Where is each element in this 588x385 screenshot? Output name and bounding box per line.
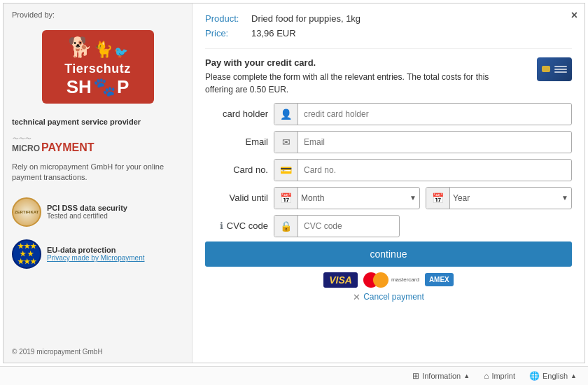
product-value: Dried food for puppies, 1kg (251, 12, 360, 27)
info-icon: ℹ (220, 220, 223, 231)
valid-until-row: Valid until 📅 Month010203040506070809101… (205, 187, 572, 209)
card-icon: 💳 (274, 160, 298, 181)
pay-title: Pay with your credit card. (205, 57, 513, 68)
payment-text: PAYMENT (41, 142, 94, 153)
lock-icon: 🔒 (274, 216, 298, 237)
email-row: Email ✉ (205, 131, 572, 153)
information-item[interactable]: ⊞ Information ▲ (412, 371, 470, 381)
language-arrow-icon: ▲ (570, 372, 577, 379)
cc-line-2 (554, 69, 567, 70)
eu-title: EU-data protection (47, 246, 145, 254)
main-content: × Product: Dried food for puppies, 1kg P… (192, 4, 584, 363)
month-select-wrapper: 📅 Month010203040506070809101112 ▼ (274, 187, 420, 209)
calendar-icon-year: 📅 (426, 188, 450, 209)
year-select-wrapper: 📅 Year2024202520262027202820292030 ▼ (426, 187, 572, 209)
year-chevron-icon: ▼ (559, 194, 571, 202)
valid-until-label: Valid until (205, 192, 268, 203)
cancel-link[interactable]: Cancel payment (363, 292, 424, 302)
grid-icon: ⊞ (412, 371, 419, 381)
eu-stars: ★★★★ ★★★★ (18, 242, 36, 265)
technical-label: technical payment service provider (12, 118, 183, 126)
visa-logo: VISA (323, 272, 358, 288)
product-label: Product: (205, 12, 247, 27)
imprint-label: Imprint (491, 372, 515, 380)
provided-by-label: Provided by: (12, 10, 183, 19)
month-select[interactable]: Month010203040506070809101112 (298, 188, 407, 209)
product-info: Product: Dried food for puppies, 1kg Pri… (205, 12, 572, 49)
card-no-row: Card no. 💳 (205, 159, 572, 181)
home-icon: ⌂ (484, 371, 489, 381)
micropayment-logo: 〜〜〜 MICRO PAYMENT (12, 136, 183, 153)
pci-sub: Tested and certified (47, 212, 127, 220)
mc-label: mastercard (391, 276, 419, 283)
email-input[interactable] (298, 134, 571, 150)
pci-badge-text: PCI DSS data security Tested and certifi… (47, 204, 127, 220)
cvc-label-group: ℹ CVC code (205, 220, 268, 231)
payment-logos: VISA mastercard AMEX (205, 272, 572, 288)
logo-p: P (117, 76, 129, 98)
cc-chip (542, 66, 550, 72)
cvc-input-wrapper: 🔒 (274, 215, 400, 237)
cc-line-3 (554, 71, 567, 73)
logo-sh: SH (66, 76, 92, 98)
language-label: English (542, 372, 568, 380)
cvc-input[interactable] (298, 218, 399, 234)
year-select[interactable]: Year2024202520262027202820292030 (450, 188, 559, 209)
information-label: Information (422, 372, 461, 380)
rely-text: Rely on micropayment GmbH for your onlin… (12, 162, 183, 183)
pay-desc: Please complete the form with all the re… (205, 71, 513, 96)
price-label: Price: (205, 27, 247, 41)
mc-orange-circle (373, 272, 388, 288)
email-label: Email (205, 136, 268, 147)
zertifikat-badge: ZERTIFIKAT (12, 197, 41, 227)
logo-container: 🐕 🐈 🐦 Tierschutz SH🐾P (12, 30, 183, 104)
email-input-wrapper: ✉ (274, 131, 572, 153)
eu-badge-row: ★★★★ ★★★★ EU-data protection Privacy mad… (12, 239, 183, 269)
logo-tierschutz-text: Tierschutz (64, 62, 131, 76)
product-row: Product: Dried food for puppies, 1kg (205, 12, 572, 27)
copyright: © 2019 micropayment GmbH (12, 348, 183, 356)
continue-button[interactable]: continue (205, 241, 572, 267)
cc-line-1 (554, 66, 567, 67)
credit-card-icon (537, 57, 572, 81)
cvc-row: ℹ CVC code 🔒 (205, 215, 572, 237)
logo-paw: 🐾 (93, 76, 115, 98)
eu-badge-text: EU-data protection Privacy made by Micro… (47, 246, 145, 262)
cancel-row: ✕ Cancel payment (205, 292, 572, 302)
pay-header-text: Pay with your credit card. Please comple… (205, 57, 513, 96)
amex-logo: AMEX (425, 273, 454, 286)
cvc-label: CVC code (227, 220, 268, 231)
tierschutz-logo: 🐕 🐈 🐦 Tierschutz SH🐾P (42, 30, 154, 104)
cc-lines (554, 66, 567, 73)
price-value: 13,96 EUR (251, 27, 296, 41)
card-holder-input-wrapper: 👤 (274, 103, 572, 125)
person-icon: 👤 (274, 104, 298, 125)
language-item[interactable]: 🌐 English ▲ (529, 371, 577, 381)
micro-text: MICRO (12, 144, 40, 153)
card-no-label: Card no. (205, 164, 268, 175)
pay-header: Pay with your credit card. Please comple… (205, 57, 572, 96)
price-row: Price: 13,96 EUR (205, 27, 572, 41)
imprint-item[interactable]: ⌂ Imprint (484, 371, 515, 381)
card-holder-input[interactable] (298, 106, 571, 122)
eu-link[interactable]: Privacy made by Micropayment (47, 254, 145, 262)
cancel-x-icon: ✕ (353, 292, 360, 302)
globe-icon: 🌐 (529, 371, 540, 381)
logo-animals: 🐕 🐈 🐦 (68, 36, 128, 59)
email-icon: ✉ (274, 132, 298, 153)
card-no-input[interactable] (298, 162, 571, 178)
logo-shop-text: SH🐾P (66, 76, 129, 98)
form-section: card holder 👤 Email ✉ Card no. 💳 (205, 103, 572, 237)
calendar-icon-month: 📅 (274, 188, 298, 209)
eu-badge: ★★★★ ★★★★ (12, 239, 41, 269)
month-chevron-icon: ▼ (407, 194, 419, 202)
card-holder-label: card holder (205, 108, 268, 119)
footer: ⊞ Information ▲ ⌂ Imprint 🌐 English ▲ (0, 366, 588, 385)
sidebar: Provided by: 🐕 🐈 🐦 Tierschutz SH🐾P techn… (4, 4, 192, 363)
information-arrow-icon: ▲ (463, 372, 470, 379)
pci-badge-row: ZERTIFIKAT PCI DSS data security Tested … (12, 197, 183, 227)
close-button[interactable]: × (571, 9, 578, 22)
card-no-input-wrapper: 💳 (274, 159, 572, 181)
pci-title: PCI DSS data security (47, 204, 127, 212)
pay-section: Pay with your credit card. Please comple… (205, 57, 572, 96)
